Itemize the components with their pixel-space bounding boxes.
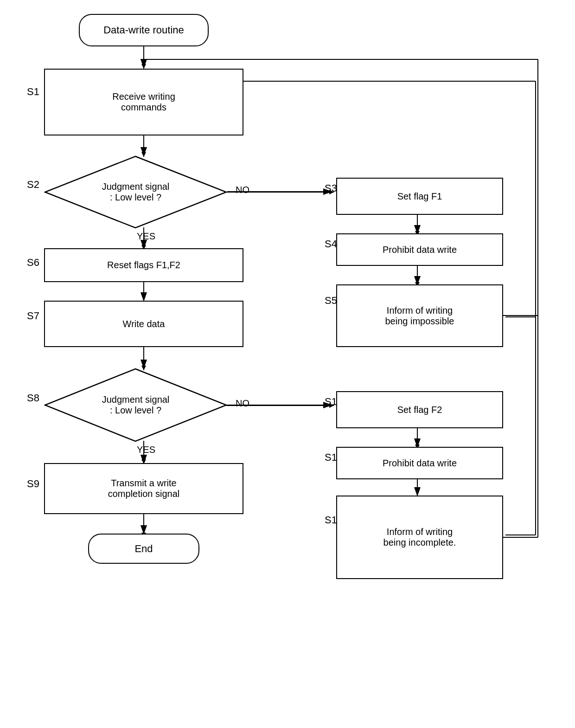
step-s3-label: S3 xyxy=(325,182,337,194)
process-s5: Inform of writing being impossible xyxy=(336,284,503,347)
start-terminal: Data-write routine xyxy=(79,14,209,46)
decision-s8-text: Judgment signal : Low level ? xyxy=(44,368,227,442)
process-s7-text: Write data xyxy=(123,319,165,329)
process-s9: Transmit a write completion signal xyxy=(44,463,243,514)
step-s4-label: S4 xyxy=(325,238,337,250)
step-s5-label: S5 xyxy=(325,295,337,307)
step-s6-label: S6 xyxy=(27,257,39,269)
process-s4-text: Prohibit data write xyxy=(383,245,457,255)
process-s1: Receive writing commands xyxy=(44,69,243,135)
decision-s2-text: Judgment signal : Low level ? xyxy=(44,155,227,229)
process-s10-text: Set flag F2 xyxy=(397,405,442,415)
s8-no-label: NO xyxy=(236,398,249,409)
step-s2-label: S2 xyxy=(27,179,39,191)
process-s9-text: Transmit a write completion signal xyxy=(108,478,180,499)
process-s12: Inform of writing being incomplete. xyxy=(336,496,503,579)
step-s7-label: S7 xyxy=(27,310,39,322)
flowchart: Data-write routine S1 Receive writing co… xyxy=(0,0,575,728)
end-terminal: End xyxy=(88,534,199,564)
s2-yes-label: YES xyxy=(137,231,155,242)
process-s11: Prohibit data write xyxy=(336,447,503,479)
decision-s2: Judgment signal : Low level ? xyxy=(44,155,227,229)
process-s3: Set flag F1 xyxy=(336,178,503,215)
s2-no-label: NO xyxy=(236,185,249,195)
process-s11-text: Prohibit data write xyxy=(383,458,457,469)
process-s1-text: Receive writing commands xyxy=(112,91,175,113)
process-s5-text: Inform of writing being impossible xyxy=(385,305,454,327)
process-s12-text: Inform of writing being incomplete. xyxy=(383,527,456,548)
step-s9-label: S9 xyxy=(27,478,39,490)
process-s3-text: Set flag F1 xyxy=(397,191,442,202)
step-s8-label: S8 xyxy=(27,392,39,404)
process-s6-text: Reset flags F1,F2 xyxy=(107,260,180,271)
process-s6: Reset flags F1,F2 xyxy=(44,248,243,282)
process-s10: Set flag F2 xyxy=(336,391,503,428)
end-label: End xyxy=(134,543,153,555)
process-s4: Prohibit data write xyxy=(336,233,503,266)
decision-s8: Judgment signal : Low level ? xyxy=(44,368,227,442)
process-s7: Write data xyxy=(44,301,243,347)
step-s1-label: S1 xyxy=(27,86,39,98)
start-label: Data-write routine xyxy=(103,24,184,36)
s8-yes-label: YES xyxy=(137,445,155,455)
svg-marker-1 xyxy=(141,64,146,69)
